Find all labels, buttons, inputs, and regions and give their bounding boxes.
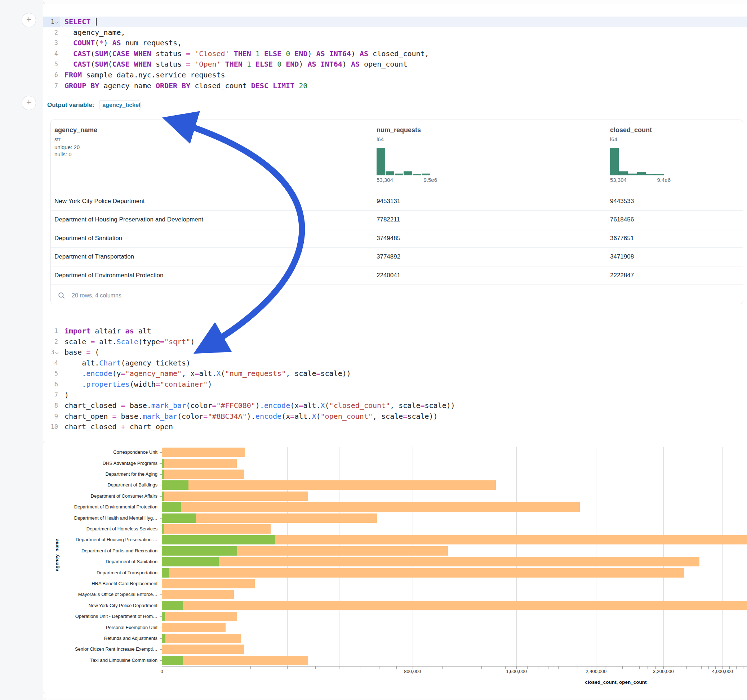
line-number: 10	[43, 422, 60, 433]
y-axis-label: Department of Buildings	[49, 482, 157, 487]
bar-closed-count	[162, 612, 237, 621]
table-cell: 3749485	[377, 229, 400, 247]
code-text: agency_name,	[60, 27, 126, 38]
bar-closed-count	[162, 492, 308, 501]
code-text: chart_closed = base.mark_bar(color="#FFC…	[60, 400, 455, 411]
code-line[interactable]: 8chart_closed = base.mark_bar(color="#FF…	[43, 400, 747, 411]
code-text: scale = alt.Scale(type="sqrt")	[60, 337, 195, 347]
code-line[interactable]: 5 .encode(y="agency_name", x=alt.X("num_…	[43, 368, 747, 379]
gridline	[516, 447, 517, 666]
code-text: import altair as alt	[60, 326, 151, 337]
x-axis-line	[162, 666, 747, 667]
bar-closed-count	[162, 590, 234, 599]
x-axis-label: 4,000,000	[697, 669, 747, 674]
code-line[interactable]: 6FROM sample_data.nyc.service_requests	[43, 70, 747, 81]
code-line[interactable]: 6 .properties(width="container")	[43, 379, 747, 390]
code-line[interactable]: 1import altair as alt	[43, 326, 747, 337]
bar-closed-count	[162, 579, 255, 588]
chart-y-axis-title: agency_name	[54, 539, 59, 571]
y-axis-label: Personal Exemption Unit	[49, 625, 157, 630]
line-number: 9	[43, 411, 60, 422]
output-variable-pill[interactable]: agency_tickets	[99, 100, 141, 110]
code-line[interactable]: 7)	[43, 390, 747, 401]
line-number: 3	[43, 347, 60, 358]
column-name: closed_count	[610, 127, 671, 134]
histogram-range-labels: 53,3049.5e6	[377, 177, 437, 183]
table-footer: 20 rows, 4 columns	[51, 285, 742, 304]
code-line[interactable]: 7GROUP BY agency_name ORDER BY closed_co…	[43, 81, 747, 92]
column-type: i64	[377, 136, 437, 142]
bar-closed-count	[162, 634, 241, 643]
code-line[interactable]: 3base = (	[43, 347, 747, 358]
bar-open-count	[162, 546, 237, 556]
bar-closed-count	[162, 524, 271, 534]
x-axis-label: 0	[136, 669, 187, 674]
x-minor-tick	[339, 667, 339, 669]
table-cell: Department of Transportation	[54, 248, 134, 266]
bar-closed-count	[162, 644, 244, 654]
bar-closed-count	[162, 448, 245, 457]
y-axis-label: DHS Advantage Programs	[49, 460, 157, 466]
y-axis-line	[162, 447, 162, 666]
code-line[interactable]: 1SELECT	[43, 17, 747, 27]
x-axis-label: 2,400,000	[571, 669, 621, 674]
column-name: agency_name	[54, 127, 97, 134]
code-text: FROM sample_data.nyc.service_requests	[60, 70, 225, 81]
add-cell-button-below[interactable]: +	[22, 96, 36, 110]
x-minor-tick	[548, 667, 549, 669]
table-row: Department of Housing Preservation and D…	[51, 211, 742, 229]
table-row: New York City Police Department945313194…	[51, 192, 742, 211]
x-minor-tick	[456, 667, 456, 669]
code-text: GROUP BY agency_name ORDER BY closed_cou…	[60, 81, 307, 92]
line-number: 2	[43, 337, 60, 347]
y-axis-label: New York City Police Department	[49, 603, 157, 608]
table-cell: 3677651	[610, 229, 634, 247]
bar-open-count	[162, 612, 165, 621]
sql-code-cell[interactable]: 1SELECT 2 agency_name,3 COUNT(*) AS num_…	[43, 14, 747, 91]
gridline	[287, 447, 287, 666]
table-cell: Department of Housing Preservation and D…	[54, 211, 203, 229]
line-number: 7	[43, 390, 60, 401]
y-axis-label: Refunds and Adjustments	[49, 635, 157, 641]
bar-closed-count	[162, 601, 747, 610]
bar-open-count	[162, 601, 183, 610]
code-line[interactable]: 9chart_open = base.mark_bar(color="#8BC3…	[43, 411, 747, 422]
code-line[interactable]: 4 CAST(SUM(CASE WHEN status = 'Closed' T…	[43, 48, 747, 59]
code-line[interactable]: 2scale = alt.Scale(type="sqrt")	[43, 337, 747, 347]
output-variable-row: Output variable: agency_tickets	[47, 98, 141, 112]
code-line[interactable]: 5 CAST(SUM(CASE WHEN status = 'Open' THE…	[43, 59, 747, 70]
code-line[interactable]: 3 COUNT(*) AS num_requests,	[43, 38, 747, 48]
bar-open-count	[162, 459, 164, 468]
y-axis-label: Department of Housing Preservation …	[49, 537, 157, 542]
code-text: CAST(SUM(CASE WHEN status = 'Open' THEN …	[60, 59, 407, 70]
bar-closed-count	[162, 568, 684, 578]
code-text: CAST(SUM(CASE WHEN status = 'Closed' THE…	[60, 48, 429, 59]
y-axis-label: Department of Consumer Affairs	[49, 493, 157, 499]
bar-open-count	[162, 480, 189, 490]
python-code-cell[interactable]: 1import altair as alt2scale = alt.Scale(…	[43, 325, 747, 433]
x-axis-label: 800,000	[387, 669, 438, 674]
line-number: 8	[43, 400, 60, 411]
bar-closed-count	[162, 469, 244, 479]
table-cell: Department of Sanitation	[54, 229, 122, 247]
table-cell: 2240041	[377, 267, 400, 284]
column-header-agency_name[interactable]: agency_namestrunique: 20nulls: 0	[54, 127, 97, 157]
code-line[interactable]: 10chart_closed + chart_open	[43, 422, 747, 433]
add-cell-button-top[interactable]: +	[22, 13, 36, 27]
output-variable-label: Output variable:	[47, 101, 94, 109]
x-minor-tick	[568, 667, 568, 669]
fold-caret-icon[interactable]	[55, 20, 59, 24]
x-minor-tick	[287, 667, 287, 669]
fold-caret-icon[interactable]	[55, 351, 59, 355]
code-text: COUNT(*) AS num_requests,	[60, 38, 181, 48]
table-cell: 3774892	[377, 248, 400, 266]
y-axis-label: Mayorâ€ s Office of Special Enforce…	[49, 591, 157, 597]
bar-closed-count	[162, 557, 699, 566]
y-axis-label: Senior Citizen Rent Increase Exempti…	[49, 646, 157, 652]
search-icon[interactable]	[58, 292, 65, 299]
code-line[interactable]: 4 alt.Chart(agency_tickets)	[43, 358, 747, 369]
code-line[interactable]: 2 agency_name,	[43, 27, 747, 38]
bar-open-count	[162, 634, 165, 643]
column-header-closed_count[interactable]: closed_counti6453,3049.4e6	[610, 127, 671, 183]
column-header-num_requests[interactable]: num_requestsi6453,3049.5e6	[377, 127, 437, 183]
